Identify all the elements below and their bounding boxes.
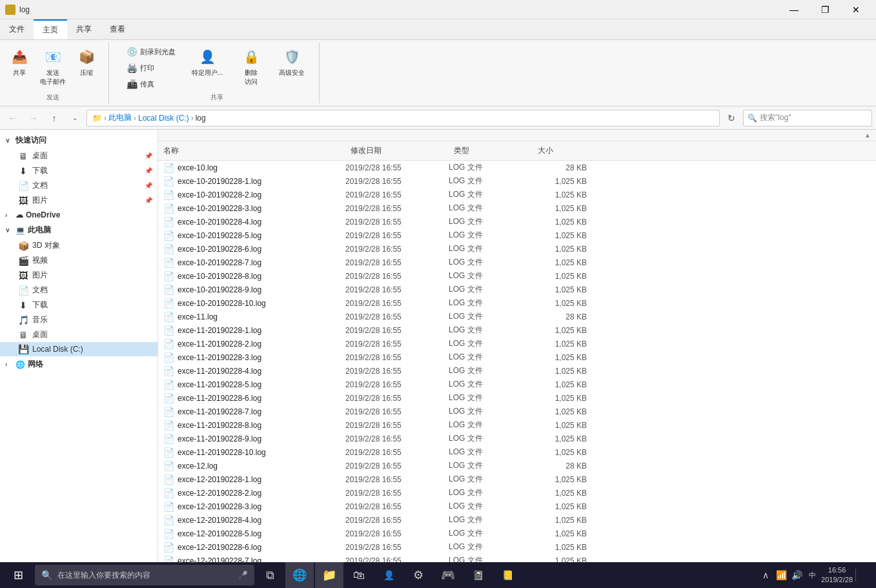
- zip-button[interactable]: 📦 压缩: [72, 44, 101, 80]
- table-row[interactable]: 📄 exce-12-20190228-5.log 2019/2/28 16:55…: [158, 527, 876, 540]
- table-row[interactable]: 📄 exce-11-20190228-9.log 2019/2/28 16:55…: [158, 432, 876, 445]
- sidebar-item-documents2[interactable]: 📄 文档: [0, 283, 158, 298]
- network-header[interactable]: › 🌐 网络: [0, 356, 158, 372]
- table-row[interactable]: 📄 exce-11-20190228-8.log 2019/2/28 16:55…: [158, 418, 876, 432]
- sidebar-item-pictures2[interactable]: 🖼 图片: [0, 268, 158, 283]
- file-type-cell: LOG 文件: [449, 474, 533, 485]
- header-type[interactable]: 类型: [449, 144, 533, 157]
- back-button[interactable]: ←: [4, 109, 22, 127]
- table-row[interactable]: 📄 exce-12-20190228-1.log 2019/2/28 16:55…: [158, 472, 876, 486]
- up-button[interactable]: ↑: [45, 109, 63, 127]
- sidebar-item-desktop2[interactable]: 🖥 桌面: [0, 327, 158, 342]
- breadcrumb-thispc[interactable]: 此电脑: [108, 112, 132, 123]
- delete-access-button[interactable]: 🔒 删除 访问: [235, 44, 267, 89]
- tray-up-icon[interactable]: ∧: [759, 569, 772, 582]
- table-row[interactable]: 📄 exce-10-20190228-9.log 2019/2/28 16:55…: [158, 283, 876, 296]
- sidebar-item-localdisk[interactable]: 💾 Local Disk (C:): [0, 342, 158, 356]
- minimize-button[interactable]: —: [779, 0, 809, 19]
- refresh-button[interactable]: ↻: [722, 109, 740, 127]
- table-row[interactable]: 📄 exce-11.log 2019/2/28 16:55 LOG 文件 28 …: [158, 310, 876, 323]
- header-date[interactable]: 修改日期: [345, 144, 449, 157]
- recent-locations-button[interactable]: ⌄: [66, 109, 84, 127]
- sidebar-item-label-documents: 文档: [32, 180, 48, 191]
- print-button[interactable]: 🖨️ 打印: [122, 60, 179, 76]
- tray-input-icon[interactable]: 中: [806, 569, 819, 582]
- email-button[interactable]: 📧 发送 电子邮件: [36, 44, 70, 89]
- file-type-cell: LOG 文件: [449, 501, 533, 512]
- table-row[interactable]: 📄 exce-10-20190228-10.log 2019/2/28 16:5…: [158, 296, 876, 310]
- search-bar[interactable]: 🔍 搜索"log": [743, 110, 872, 127]
- maximize-button[interactable]: ❐: [810, 0, 840, 19]
- header-size[interactable]: 大小: [533, 144, 597, 157]
- tab-home[interactable]: 主页: [34, 19, 67, 39]
- tab-share[interactable]: 共享: [67, 19, 101, 39]
- store-button[interactable]: 🛍: [345, 562, 373, 588]
- documents-icon: 📄: [18, 181, 28, 191]
- pin-icon-pictures: 📌: [145, 197, 152, 204]
- tab-file[interactable]: 文件: [0, 19, 34, 39]
- table-row[interactable]: 📄 exce-12.log 2019/2/28 16:55 LOG 文件 28 …: [158, 459, 876, 472]
- table-row[interactable]: 📄 exce-11-20190228-6.log 2019/2/28 16:55…: [158, 391, 876, 405]
- close-button[interactable]: ✕: [841, 0, 871, 19]
- table-row[interactable]: 📄 exce-11-20190228-2.log 2019/2/28 16:55…: [158, 337, 876, 350]
- table-row[interactable]: 📄 exce-11-20190228-7.log 2019/2/28 16:55…: [158, 405, 876, 418]
- explorer-button[interactable]: 📁: [315, 562, 343, 588]
- sidebar-item-label-pictures2: 图片: [32, 270, 48, 281]
- table-row[interactable]: 📄 exce-11-20190228-3.log 2019/2/28 16:55…: [158, 350, 876, 364]
- lock-icon: 🔒: [241, 46, 261, 67]
- thispc-header[interactable]: ∨ 💻 此电脑: [0, 222, 158, 238]
- app8-button[interactable]: 📓: [463, 562, 492, 588]
- app6-button[interactable]: ⚙: [404, 562, 433, 588]
- show-desktop-icon[interactable]: [855, 569, 868, 582]
- table-row[interactable]: 📄 exce-10-20190228-1.log 2019/2/28 16:55…: [158, 174, 876, 188]
- specific-user-button[interactable]: 👤 特定用户...: [185, 44, 230, 80]
- tray-volume-icon[interactable]: 🔊: [790, 569, 803, 582]
- burn-button[interactable]: 💿 刻录到光盘: [122, 44, 179, 59]
- table-row[interactable]: 📄 exce-12-20190228-6.log 2019/2/28 16:55…: [158, 540, 876, 554]
- start-button[interactable]: ⊞: [3, 562, 34, 588]
- table-row[interactable]: 📄 exce-11-20190228-1.log 2019/2/28 16:55…: [158, 323, 876, 337]
- sidebar-item-documents[interactable]: 📄 文档 📌: [0, 178, 158, 193]
- file-icon: 📄: [163, 488, 174, 498]
- sidebar-item-pictures[interactable]: 🖼 图片 📌: [0, 193, 158, 208]
- table-row[interactable]: 📄 exce-12-20190228-2.log 2019/2/28 16:55…: [158, 486, 876, 500]
- edge-button[interactable]: 🌐: [285, 562, 314, 588]
- sidebar-item-3d[interactable]: 📦 3D 对象: [0, 238, 158, 253]
- onenote-button[interactable]: 📒: [493, 562, 522, 588]
- table-row[interactable]: 📄 exce-10-20190228-2.log 2019/2/28 16:55…: [158, 188, 876, 201]
- header-name[interactable]: 名称: [158, 144, 345, 157]
- sidebar-item-desktop[interactable]: 🖥 桌面 📌: [0, 148, 158, 163]
- sidebar-item-downloads[interactable]: ⬇ 下载 📌: [0, 163, 158, 178]
- sidebar-item-music[interactable]: 🎵 音乐: [0, 312, 158, 327]
- sidebar-item-downloads2[interactable]: ⬇ 下载: [0, 298, 158, 312]
- table-row[interactable]: 📄 exce-10-20190228-8.log 2019/2/28 16:55…: [158, 269, 876, 283]
- fax-button[interactable]: 📠 传真: [122, 76, 179, 92]
- table-row[interactable]: 📄 exce-10-20190228-4.log 2019/2/28 16:55…: [158, 215, 876, 228]
- app7-button[interactable]: 🎮: [434, 562, 462, 588]
- table-row[interactable]: 📄 exce-10-20190228-6.log 2019/2/28 16:55…: [158, 242, 876, 256]
- table-row[interactable]: 📄 exce-10-20190228-3.log 2019/2/28 16:55…: [158, 201, 876, 215]
- app5-button[interactable]: 👤: [374, 562, 403, 588]
- table-row[interactable]: 📄 exce-11-20190228-5.log 2019/2/28 16:55…: [158, 378, 876, 391]
- table-row[interactable]: 📄 exce-10.log 2019/2/28 16:55 LOG 文件 28 …: [158, 161, 876, 174]
- breadcrumb[interactable]: 📁 › 此电脑 › Local Disk (C:) › log: [87, 110, 720, 127]
- share-button[interactable]: 📤 共享: [5, 44, 34, 80]
- forward-button[interactable]: →: [25, 109, 43, 127]
- breadcrumb-localdisk[interactable]: Local Disk (C:): [138, 114, 189, 123]
- onedrive-header[interactable]: › ☁ OneDrive: [0, 208, 158, 222]
- tray-network-icon[interactable]: 📶: [775, 569, 788, 582]
- taskbar-search[interactable]: 🔍 在这里输入你要搜索的内容 🎤: [35, 565, 254, 585]
- sidebar-item-video[interactable]: 🎬 视频: [0, 253, 158, 268]
- table-row[interactable]: 📄 exce-10-20190228-7.log 2019/2/28 16:55…: [158, 256, 876, 269]
- table-row[interactable]: 📄 exce-12-20190228-4.log 2019/2/28 16:55…: [158, 513, 876, 527]
- table-row[interactable]: 📄 exce-10-20190228-5.log 2019/2/28 16:55…: [158, 228, 876, 242]
- quick-access-header[interactable]: ∨ 快速访问: [0, 132, 158, 148]
- taskbar-clock[interactable]: 16:56 2019/2/28: [821, 565, 853, 585]
- table-row[interactable]: 📄 exce-11-20190228-10.log 2019/2/28 16:5…: [158, 445, 876, 459]
- advanced-security-button[interactable]: 🛡️ 高级安全: [272, 44, 311, 80]
- file-name-cell: 📄 exce-11-20190228-1.log: [158, 325, 345, 336]
- table-row[interactable]: 📄 exce-12-20190228-3.log 2019/2/28 16:55…: [158, 500, 876, 513]
- table-row[interactable]: 📄 exce-11-20190228-4.log 2019/2/28 16:55…: [158, 364, 876, 378]
- tab-view[interactable]: 查看: [101, 19, 134, 39]
- task-view-button[interactable]: ⧉: [256, 562, 284, 588]
